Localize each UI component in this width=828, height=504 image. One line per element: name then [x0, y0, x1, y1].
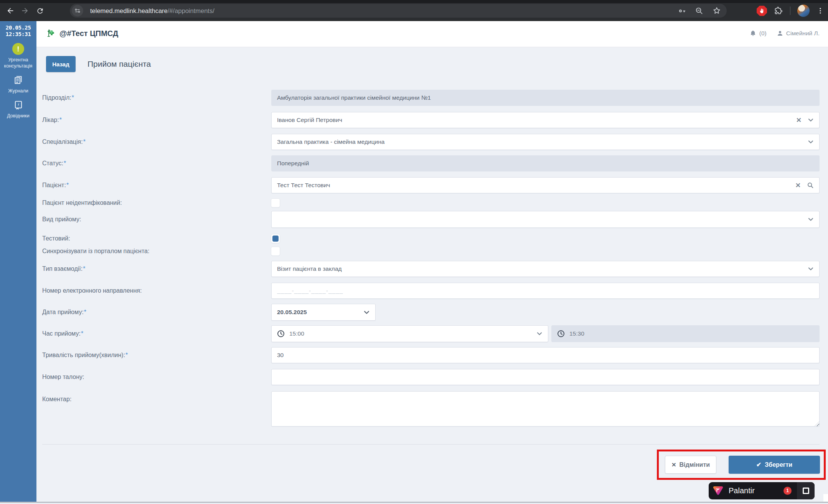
bookmark-star-icon[interactable] [712, 6, 721, 15]
form-row-unit: Підрозділ:* Амбулаторія загальної практи… [42, 90, 820, 106]
specialization-select[interactable]: Загальна практика - сімейна медицина [271, 134, 820, 150]
field-label: Синхронізувати із порталом пацієнта: [42, 248, 271, 255]
field-label: Статус:* [42, 160, 271, 167]
patient-unidentified-checkbox[interactable] [271, 199, 280, 207]
field-label: Пацієнт:* [42, 182, 271, 189]
chevron-down-icon[interactable] [808, 139, 814, 145]
scrollbar-corner [823, 494, 828, 502]
field-label: Вид прийому: [42, 216, 271, 223]
form-row-appointment-time: Час прийому:* 15:00 15:30 [42, 325, 820, 342]
field-label: Пацієнт неідентифікований: [42, 199, 271, 206]
form-row-specialization: Спеціалізація:* Загальна практика - сіме… [42, 134, 820, 150]
clinic-logo-icon [45, 28, 56, 39]
app-header: @#Тест ЦПМСД (0) Сімейний Л. [36, 21, 828, 47]
form-row-status: Статус:* Попередній [42, 155, 820, 171]
referral-number-input[interactable] [271, 283, 820, 299]
clock-icon [557, 330, 565, 338]
sidebar-item-directories[interactable]: i Довідники [0, 99, 36, 119]
test-checkbox[interactable] [271, 234, 280, 243]
url-host: telemed.medlink.healthcare [90, 7, 168, 14]
time-end-field: 15:30 [551, 325, 820, 342]
sync-portal-checkbox[interactable] [271, 247, 280, 255]
comment-textarea[interactable] [271, 391, 820, 427]
visit-kind-select[interactable] [271, 211, 820, 228]
back-arrow-icon [6, 7, 15, 15]
sidebar-item-urgent-consultation[interactable]: ! Ургентна консультація [0, 43, 36, 69]
form-row-ticket-number: Номер талону: [42, 369, 820, 385]
palantir-logo-icon [712, 485, 724, 497]
notifications-count: (0) [759, 30, 767, 37]
clock-icon [277, 330, 285, 338]
profile-avatar[interactable] [797, 5, 810, 17]
sidebar-clock: 20.05.25 12:35:31 [0, 21, 36, 38]
user-icon [777, 30, 783, 37]
directories-icon: i [13, 99, 24, 111]
adblock-extension-button[interactable] [757, 6, 767, 16]
patient-lookup-field[interactable]: Тест Тест Тестович ✕ [271, 177, 820, 193]
chevron-down-icon[interactable] [363, 309, 370, 316]
palantir-badge: 1 [783, 487, 792, 495]
form-row-doctor: Лікар:* Іванов Сергій Петрович ✕ [42, 112, 820, 128]
url-path: /#/appointments/ [168, 7, 214, 14]
browser-reload-button[interactable] [33, 3, 47, 18]
form-row-referral-number: Номер електронного направлення: [42, 283, 820, 299]
main-content: Назад Прийом пацієнта Підрозділ:* Амбула… [36, 47, 828, 502]
field-label: Лікар:* [42, 117, 271, 124]
org-brand: @#Тест ЦПМСД [45, 28, 118, 39]
footer-divider [42, 444, 820, 445]
chevron-down-icon[interactable] [808, 266, 814, 272]
palantir-widget[interactable]: Palantir 1 [709, 482, 815, 499]
interaction-type-select[interactable]: Візит пацієнта в заклад [271, 261, 820, 277]
form-row-test: Тестовий: [42, 234, 820, 244]
form-row-patient-unidentified: Пацієнт неідентифікований: [42, 198, 820, 208]
site-info-button[interactable] [72, 5, 83, 16]
user-name: Сімейний Л. [786, 30, 820, 37]
password-key-icon[interactable] [677, 6, 686, 15]
browser-tab-strip [0, 0, 828, 3]
browser-back-button[interactable] [3, 3, 18, 18]
extensions-puzzle-icon[interactable] [774, 6, 783, 15]
field-label: Спеціалізація:* [42, 138, 271, 145]
form-row-interaction-type: Тип взаємодії:* Візит пацієнта в заклад [42, 261, 820, 277]
maximize-icon [803, 488, 809, 494]
search-icon[interactable] [807, 182, 814, 189]
doctor-select[interactable]: Іванов Сергій Петрович ✕ [271, 112, 820, 128]
clear-icon[interactable]: ✕ [795, 181, 801, 189]
org-title: @#Тест ЦПМСД [59, 29, 118, 38]
sidebar-time: 12:35:31 [0, 31, 36, 38]
url-text[interactable]: telemed.medlink.healthcare/#/appointment… [90, 7, 214, 15]
bell-icon [749, 30, 757, 37]
user-menu[interactable]: Сімейний Л. [777, 30, 820, 37]
clear-icon[interactable]: ✕ [796, 116, 802, 124]
sidebar-item-journals[interactable]: Журнали [0, 74, 36, 94]
chevron-down-icon[interactable] [536, 331, 543, 337]
reload-icon [36, 7, 44, 15]
browser-forward-button[interactable] [18, 3, 32, 18]
site-info-icon [74, 8, 81, 14]
palantir-expand-button[interactable] [797, 482, 815, 499]
form-row-comment: Коментар: [42, 391, 820, 427]
ticket-number-input[interactable] [271, 369, 820, 385]
page-title: Прийом пацієнта [87, 59, 151, 69]
field-label: Номер талону: [42, 374, 271, 380]
chevron-down-icon[interactable] [808, 216, 814, 222]
appointment-date-select[interactable]: 20.05.2025 [271, 304, 376, 321]
unit-field: Амбулаторія загальної практики сімейної … [271, 90, 820, 106]
field-label: Коментар: [42, 391, 271, 403]
sidebar-date: 20.05.25 [0, 25, 36, 31]
duration-input[interactable]: 30 [271, 347, 820, 363]
chevron-down-icon[interactable] [808, 117, 814, 123]
form-row-patient: Пацієнт:* Тест Тест Тестович ✕ [42, 177, 820, 193]
field-label: Підрозділ:* [42, 94, 271, 101]
time-start-select[interactable]: 15:00 [271, 325, 548, 342]
toolbar-divider [790, 7, 790, 15]
back-button[interactable]: Назад [46, 56, 76, 72]
sidebar: 20.05.25 12:35:31 ! Ургентна консультаці… [0, 21, 36, 502]
forward-arrow-icon [21, 7, 29, 15]
notifications-button[interactable]: (0) [749, 30, 767, 37]
address-bar[interactable]: telemed.medlink.healthcare/#/appointment… [70, 4, 727, 18]
field-label: Тип взаємодії:* [42, 265, 271, 272]
zoom-out-icon[interactable] [695, 7, 704, 15]
annotation-highlight-box [657, 450, 826, 480]
menu-dots-icon[interactable] [816, 7, 824, 15]
